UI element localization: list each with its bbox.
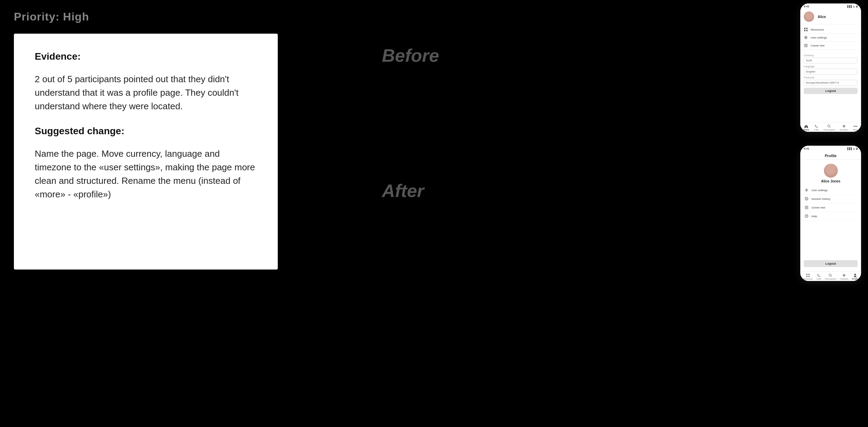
nav-calls-after-label: Calls xyxy=(817,278,821,280)
before-label: Before xyxy=(382,45,439,66)
nav-profile-label: Profile xyxy=(852,278,859,280)
nav-more[interactable]: More xyxy=(853,124,858,131)
gear-icon-after xyxy=(804,188,809,192)
nav-favorites-after-label: Favorites xyxy=(840,278,849,280)
suggested-text: Name the page. Move currency, language a… xyxy=(35,147,257,201)
phone-icon xyxy=(814,124,819,128)
nav-calls-label: Calls xyxy=(814,129,819,131)
phone-before-frame: 9:41 ▐▐▐ ▲ ▮ Alice Resources xyxy=(800,3,861,132)
svg-rect-0 xyxy=(804,28,806,29)
svg-point-24 xyxy=(829,274,831,276)
priority-label: Priority: High xyxy=(14,10,462,23)
history-icon xyxy=(804,197,809,201)
svg-rect-15 xyxy=(805,206,808,207)
phone-after-screen: 9:41 ▐▐▐ ▲ ▮ Profile Alice Jones User se… xyxy=(800,146,861,281)
signal-icon-after: ▐▐▐ xyxy=(846,147,852,150)
status-bar-before: 9:41 ▐▐▐ ▲ ▮ xyxy=(800,3,861,9)
grid-icon-nav xyxy=(806,273,810,277)
menu-label: Resources xyxy=(811,28,824,31)
svg-rect-20 xyxy=(806,274,808,275)
svg-point-13 xyxy=(806,189,807,191)
phone-icon-after xyxy=(816,273,821,277)
menu-item-resources[interactable]: Resources xyxy=(800,26,861,34)
nav-resources-after[interactable]: Resources xyxy=(803,273,813,280)
bottom-nav-before: Home Calls Find experts Favorites xyxy=(800,122,861,132)
svg-rect-7 xyxy=(804,46,808,47)
grid-icon xyxy=(804,27,808,32)
nav-resources-label: Resources xyxy=(803,278,813,280)
avatar-before xyxy=(804,11,814,22)
logout-button-after[interactable]: Logout xyxy=(804,260,858,267)
svg-point-8 xyxy=(828,125,830,127)
status-icons-before: ▐▐▐ ▲ ▮ xyxy=(846,5,858,8)
svg-point-12 xyxy=(857,126,858,127)
evidence-text: 2 out of 5 participants pointed out that… xyxy=(35,72,257,113)
battery-icon-after: ▮ xyxy=(856,147,858,150)
status-bar-after: 9:41 ▐▐▐ ▲ ▮ xyxy=(800,146,861,152)
nav-favorites[interactable]: Favorites xyxy=(840,124,849,131)
nav-home[interactable]: Home xyxy=(803,124,809,131)
person-icon xyxy=(853,273,858,277)
after-menu-career-test[interactable]: Career test xyxy=(800,203,861,212)
battery-icon: ▮ xyxy=(856,5,858,8)
nav-calls-after[interactable]: Calls xyxy=(816,273,821,280)
after-menu-label: Career test xyxy=(811,206,825,209)
settings-section-before: Currency EUR Language English Timezone E… xyxy=(800,51,861,95)
suggested-title: Suggested change: xyxy=(35,126,257,137)
nav-find-experts-after[interactable]: Find experts xyxy=(825,273,836,280)
svg-text:?: ? xyxy=(806,215,807,217)
language-label: Language xyxy=(804,65,858,68)
status-time-before: 9:41 xyxy=(804,5,809,8)
wifi-icon-after: ▲ xyxy=(853,147,855,150)
after-menu-label: Help xyxy=(811,215,817,218)
after-menu-user-settings[interactable]: User settings xyxy=(800,186,861,195)
phone-before-screen: 9:41 ▐▐▐ ▲ ▮ Alice Resources xyxy=(800,3,861,132)
svg-point-10 xyxy=(854,126,855,127)
nav-favorites-after[interactable]: Favorites xyxy=(840,273,849,280)
svg-rect-3 xyxy=(806,30,808,31)
menu-label: User settings xyxy=(811,36,827,39)
after-menu-label: Session history xyxy=(811,197,830,200)
currency-label: Currency xyxy=(804,54,858,57)
menu-item-career-test-before[interactable]: Career test xyxy=(800,42,861,50)
avatar-after xyxy=(824,164,838,178)
search-icon-nav-after xyxy=(828,273,833,277)
nav-find-experts-label: Find experts xyxy=(824,129,835,131)
gear-icon-before-settings xyxy=(804,35,808,40)
svg-rect-16 xyxy=(805,207,808,208)
timezone-input[interactable]: Europe/Stockholm GMT+2 xyxy=(804,80,858,86)
nav-profile-after[interactable]: Profile xyxy=(852,273,859,280)
svg-point-26 xyxy=(854,274,856,275)
svg-point-4 xyxy=(805,37,807,38)
more-icon xyxy=(853,124,858,128)
bottom-nav-after: Resources Calls Find experts Favorites xyxy=(800,271,861,281)
search-icon-nav xyxy=(827,124,832,128)
after-menu-help[interactable]: ? Help xyxy=(800,212,861,221)
status-time-after: 9:41 xyxy=(804,147,809,150)
home-icon xyxy=(804,124,809,128)
heart-icon-after xyxy=(842,273,846,277)
menu-item-user-settings[interactable]: User settings xyxy=(800,34,861,42)
status-icons-after: ▐▐▐ ▲ ▮ xyxy=(846,147,858,150)
after-menu-session-history[interactable]: Session history xyxy=(800,195,861,203)
svg-rect-1 xyxy=(806,28,808,29)
logout-button-before[interactable]: Logout xyxy=(804,88,858,94)
profile-page-title: Profile xyxy=(800,152,861,160)
svg-point-11 xyxy=(855,126,856,127)
signal-icon: ▐▐▐ xyxy=(846,5,852,8)
help-icon: ? xyxy=(804,214,809,218)
after-menu: User settings Session history Career tes… xyxy=(800,186,861,221)
phone-after-frame: 9:41 ▐▐▐ ▲ ▮ Profile Alice Jones User se… xyxy=(800,146,861,281)
evidence-card: Evidence: 2 out of 5 participants pointe… xyxy=(14,34,278,270)
svg-line-25 xyxy=(831,276,832,277)
user-name-before: Alice xyxy=(818,15,826,19)
language-input[interactable]: English xyxy=(804,69,858,75)
currency-input[interactable]: EUR xyxy=(804,58,858,63)
nav-find-experts[interactable]: Find experts xyxy=(824,124,835,131)
nav-calls[interactable]: Calls xyxy=(814,124,819,131)
profile-header-before: Alice xyxy=(800,9,861,24)
list-icon-before xyxy=(804,43,808,48)
svg-rect-2 xyxy=(804,30,806,31)
svg-rect-17 xyxy=(805,208,808,209)
after-menu-label: User settings xyxy=(811,189,828,192)
